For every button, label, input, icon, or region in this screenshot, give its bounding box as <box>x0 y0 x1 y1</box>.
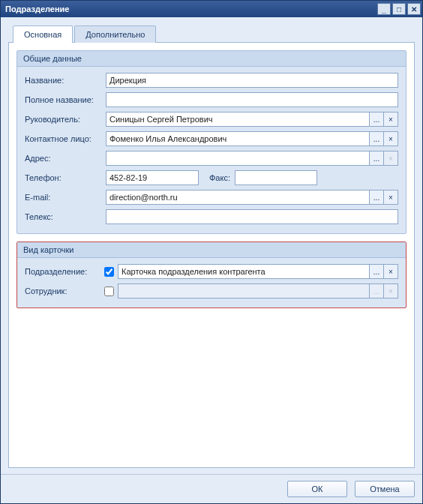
address-browse-button[interactable]: ... <box>369 151 384 166</box>
manager-browse-button[interactable]: ... <box>369 112 384 127</box>
label-employee: Сотрудник: <box>25 286 100 296</box>
window: Подразделение _ □ ✕ Основная Дополнитель… <box>0 0 423 504</box>
input-name[interactable] <box>106 73 398 88</box>
checkbox-employee[interactable] <box>104 286 114 296</box>
email-clear-button[interactable]: × <box>383 190 398 205</box>
picker-employee-card: ... × <box>118 284 398 298</box>
input-email[interactable] <box>106 190 370 205</box>
input-department-card[interactable] <box>118 264 370 279</box>
contact-browse-button[interactable]: ... <box>369 131 384 146</box>
input-employee-card <box>118 284 370 298</box>
input-fullname[interactable] <box>106 92 398 107</box>
contact-clear-button[interactable]: × <box>383 131 398 146</box>
input-address[interactable] <box>106 151 370 166</box>
group-cardview: Вид карточки Подразделение: ... × <box>16 242 406 308</box>
picker-email: ... × <box>106 190 398 205</box>
picker-department-card: ... × <box>118 264 398 279</box>
group-general-body: Название: Полное название: Руководитель: <box>17 67 406 233</box>
window-title: Подразделение <box>5 4 376 14</box>
picker-contact: ... × <box>106 131 398 146</box>
employee-card-browse-button: ... <box>369 284 384 298</box>
department-card-browse-button[interactable]: ... <box>369 264 384 279</box>
checkbox-department[interactable] <box>104 267 114 277</box>
titlebar-buttons: _ □ ✕ <box>376 3 421 15</box>
close-button[interactable]: ✕ <box>407 3 421 15</box>
address-clear-button: × <box>383 151 398 166</box>
employee-card-clear-button: × <box>383 284 398 298</box>
label-name: Название: <box>25 76 106 85</box>
dialog-footer: ОК Отмена <box>1 474 422 503</box>
label-email: E-mail: <box>25 193 106 202</box>
input-telex[interactable] <box>106 209 398 224</box>
input-fax[interactable] <box>235 170 317 185</box>
picker-address: ... × <box>106 151 398 166</box>
tab-page-main: Общие данные Название: Полное название: <box>8 42 415 468</box>
picker-manager: ... × <box>106 112 398 127</box>
group-general-title: Общие данные <box>17 51 406 67</box>
input-manager[interactable] <box>106 112 370 127</box>
group-cardview-body: Подразделение: ... × <box>17 258 406 308</box>
minimize-button[interactable]: _ <box>377 3 391 15</box>
cancel-button[interactable]: Отмена <box>355 481 415 497</box>
tab-main[interactable]: Основная <box>13 26 73 43</box>
department-card-clear-button[interactable]: × <box>383 264 398 279</box>
label-fax: Факс: <box>199 173 235 182</box>
titlebar: Подразделение _ □ ✕ <box>1 1 422 17</box>
label-fullname: Полное название: <box>25 95 106 104</box>
client-area: Основная Дополнительно Общие данные Назв… <box>1 17 422 474</box>
ok-button[interactable]: ОК <box>287 481 347 497</box>
maximize-button[interactable]: □ <box>392 3 406 15</box>
manager-clear-button[interactable]: × <box>383 112 398 127</box>
label-department: Подразделение: <box>25 267 100 276</box>
email-browse-button[interactable]: ... <box>369 190 384 205</box>
label-phone: Телефон: <box>25 173 106 182</box>
label-manager: Руководитель: <box>25 115 106 124</box>
label-contact: Контактное лицо: <box>25 134 106 143</box>
label-telex: Телекс: <box>25 212 106 221</box>
tab-additional[interactable]: Дополнительно <box>74 26 156 43</box>
group-general: Общие данные Название: Полное название: <box>16 50 406 234</box>
tabstrip: Основная Дополнительно <box>8 26 415 43</box>
group-cardview-title: Вид карточки <box>17 242 406 258</box>
input-contact[interactable] <box>106 131 370 146</box>
label-address: Адрес: <box>25 154 106 163</box>
input-phone[interactable] <box>106 170 199 185</box>
